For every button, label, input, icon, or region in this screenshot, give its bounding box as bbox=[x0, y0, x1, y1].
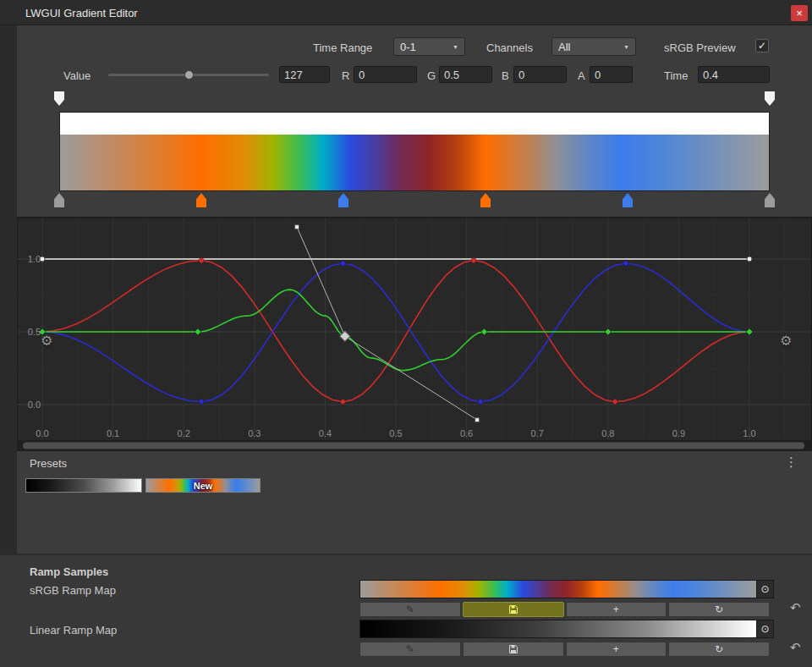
channels-dropdown[interactable]: All ▼ bbox=[551, 37, 636, 56]
preset-swatch-grayscale[interactable] bbox=[25, 478, 142, 493]
x-tick-label: 0.1 bbox=[107, 428, 119, 438]
x-tick-label: 0.7 bbox=[531, 428, 544, 438]
refresh-ramp-button[interactable]: ↻ bbox=[668, 602, 770, 617]
time-range-dropdown[interactable]: 0-1 ▼ bbox=[393, 37, 465, 56]
time-field[interactable] bbox=[698, 66, 770, 83]
srgb-preview-checkbox[interactable]: ✓ bbox=[755, 39, 769, 52]
plus-icon: + bbox=[613, 604, 619, 615]
revert-srgb-button[interactable]: ↶ bbox=[790, 600, 801, 615]
save-icon bbox=[508, 604, 518, 615]
x-tick-label: 0.4 bbox=[319, 428, 332, 438]
edit-ramp-button[interactable]: ✎ bbox=[359, 602, 461, 617]
value-slider[interactable] bbox=[108, 68, 269, 82]
x-tick-label: 0.8 bbox=[601, 428, 614, 438]
alpha-preview-bar[interactable] bbox=[60, 113, 769, 135]
gradient-bar[interactable] bbox=[60, 135, 769, 190]
alpha-key-marker[interactable] bbox=[765, 91, 775, 106]
srgb-ramp-picker-button[interactable]: ⊙ bbox=[756, 581, 773, 598]
r-field[interactable] bbox=[354, 66, 417, 83]
curve-plot[interactable]: 0.00.10.20.30.40.50.60.70.80.91.01.00.50… bbox=[17, 218, 812, 451]
color-key-marker[interactable] bbox=[338, 193, 348, 207]
edit-ramp-button[interactable]: ✎ bbox=[359, 642, 461, 657]
window-left-edge bbox=[0, 25, 17, 554]
r-label: R bbox=[342, 69, 349, 82]
add-ramp-button[interactable]: + bbox=[566, 642, 667, 657]
color-key-marker[interactable] bbox=[196, 193, 206, 207]
g-label: G bbox=[427, 69, 436, 82]
curve-key[interactable] bbox=[339, 399, 346, 405]
srgb-ramp-toolbar: ✎ + ↻ bbox=[359, 602, 770, 617]
linear-ramp-field[interactable]: ⊙ bbox=[359, 620, 774, 638]
value-field[interactable] bbox=[279, 66, 330, 83]
add-ramp-button[interactable]: + bbox=[566, 602, 667, 617]
curve-key[interactable] bbox=[339, 260, 346, 267]
x-tick-label: 0.5 bbox=[389, 428, 402, 438]
srgb-ramp-field[interactable]: ⊙ bbox=[359, 580, 774, 598]
pencil-icon: ✎ bbox=[406, 604, 414, 615]
refresh-icon: ↻ bbox=[715, 604, 723, 615]
scrollbar-thumb[interactable] bbox=[23, 443, 804, 449]
curve-key[interactable] bbox=[605, 328, 612, 335]
x-tick-label: 0.3 bbox=[248, 428, 261, 438]
curve-key[interactable] bbox=[198, 257, 205, 264]
linear-ramp-picker-button[interactable]: ⊙ bbox=[756, 620, 773, 637]
preset-swatch-new[interactable]: New bbox=[145, 478, 261, 493]
refresh-ramp-button[interactable]: ↻ bbox=[668, 642, 770, 657]
curve-key[interactable] bbox=[477, 399, 484, 405]
curve-key[interactable] bbox=[195, 328, 201, 335]
gradient-editor-window: LWGUI Gradient Editor × Time Range 0-1 ▼… bbox=[0, 0, 812, 667]
curve-settings-gear-left-icon[interactable]: ⚙ bbox=[41, 334, 52, 348]
x-tick-label: 0.2 bbox=[178, 428, 190, 438]
linear-ramp-toolbar: ✎ + ↻ bbox=[359, 642, 770, 657]
g-field[interactable] bbox=[439, 66, 492, 83]
tangent-handle[interactable] bbox=[475, 418, 480, 422]
editor-panel: Time Range 0-1 ▼ Channels All ▼ sRGB Pre… bbox=[17, 25, 812, 554]
color-key-marker[interactable] bbox=[480, 193, 491, 207]
y-tick-label: 0.5 bbox=[28, 327, 41, 337]
linear-ramp-bar[interactable] bbox=[360, 620, 756, 637]
color-key-marker[interactable] bbox=[623, 193, 633, 207]
ramp-samples-header: Ramp Samples bbox=[30, 565, 108, 578]
curve-key[interactable] bbox=[481, 328, 488, 335]
curve-key[interactable] bbox=[612, 399, 618, 405]
titlebar: LWGUI Gradient Editor × bbox=[0, 0, 812, 25]
preset-name-label: New bbox=[194, 481, 213, 491]
b-label: B bbox=[502, 69, 509, 82]
tangent-line bbox=[297, 227, 345, 336]
curve-key[interactable] bbox=[470, 257, 477, 264]
srgb-ramp-label: sRGB Ramp Map bbox=[30, 584, 116, 597]
presets-menu-button[interactable]: ⋮ bbox=[785, 455, 798, 468]
revert-linear-button[interactable]: ↶ bbox=[790, 640, 801, 655]
channels-label: Channels bbox=[486, 41, 533, 54]
curve-key[interactable] bbox=[198, 399, 205, 405]
alpha-markers-row bbox=[17, 91, 812, 107]
close-button[interactable]: × bbox=[791, 5, 808, 21]
chevron-down-icon: ▼ bbox=[623, 44, 629, 50]
b-field[interactable] bbox=[513, 66, 567, 83]
slider-thumb[interactable] bbox=[184, 70, 194, 80]
object-picker-icon: ⊙ bbox=[760, 583, 769, 595]
curve-editor-panel[interactable]: 0.00.10.20.30.40.50.60.70.80.91.01.00.50… bbox=[17, 217, 812, 450]
curve-key[interactable] bbox=[746, 328, 753, 335]
color-key-marker[interactable] bbox=[54, 193, 64, 207]
alpha-key-marker[interactable] bbox=[54, 91, 64, 106]
save-ramp-button[interactable] bbox=[463, 642, 564, 657]
gradient-preview[interactable] bbox=[59, 112, 770, 191]
tangent-handle[interactable] bbox=[295, 225, 299, 229]
curve-key[interactable] bbox=[623, 260, 629, 267]
plus-icon: + bbox=[613, 643, 619, 655]
curve-settings-gear-right-icon[interactable]: ⚙ bbox=[780, 334, 792, 348]
selected-curve-key[interactable] bbox=[340, 331, 350, 341]
color-key-marker[interactable] bbox=[765, 193, 775, 207]
curve-key[interactable] bbox=[747, 256, 752, 262]
refresh-icon: ↻ bbox=[715, 643, 723, 655]
srgb-preview-label: sRGB Preview bbox=[664, 41, 736, 54]
y-tick-label: 1.0 bbox=[28, 254, 41, 264]
color-markers-row bbox=[17, 193, 812, 208]
srgb-ramp-bar[interactable] bbox=[360, 581, 756, 598]
ramp-samples-section: Ramp Samples sRGB Ramp Map ⊙ ✎ + bbox=[0, 554, 812, 667]
tangent-line bbox=[345, 336, 477, 420]
time-range-value: 0-1 bbox=[400, 41, 416, 53]
a-field[interactable] bbox=[590, 66, 633, 83]
save-ramp-button[interactable] bbox=[463, 602, 564, 617]
